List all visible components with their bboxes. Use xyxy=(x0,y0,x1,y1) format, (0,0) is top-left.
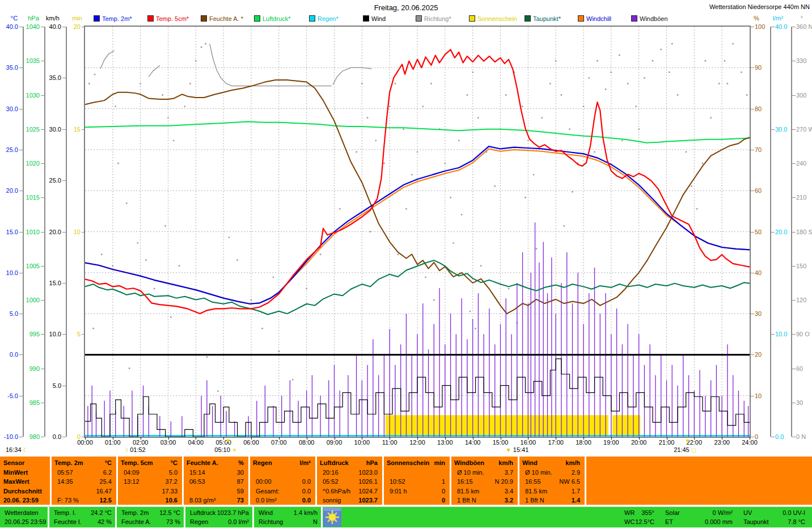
series-richtung-dots xyxy=(179,265,180,267)
legend-item-richtung: Richtung* xyxy=(416,15,451,22)
sunset-time: 21:45 xyxy=(674,446,690,453)
x-tick-label: 16:00 xyxy=(515,439,540,446)
table-cell-value: 37.2 xyxy=(138,477,177,486)
x-tick-label: 13:00 xyxy=(433,439,458,446)
table-separator xyxy=(382,457,384,505)
axis-tick-label: 25.0 xyxy=(0,146,18,153)
axis-tick xyxy=(792,300,796,301)
legend-swatch-temp-5cm xyxy=(147,15,154,22)
legend-swatch-windchill xyxy=(578,15,584,22)
series-richtung-dots xyxy=(425,276,426,278)
axis-tick xyxy=(792,334,796,335)
x-tick-label: 04:00 xyxy=(183,439,208,446)
x-tick-label: 09:00 xyxy=(322,439,347,446)
series-richtung-dots xyxy=(671,43,673,45)
table-cell-value: 1024.7 xyxy=(338,487,378,496)
table-col-unit: l/m² xyxy=(281,458,311,467)
series-richtung-dots xyxy=(306,288,307,290)
x-tick-label: 18:00 xyxy=(571,439,596,446)
status-separator xyxy=(115,507,117,527)
x-tick-label: 17:00 xyxy=(543,439,568,446)
axis-tick-label: 1020 xyxy=(9,160,40,167)
axis-tick-label: 1005 xyxy=(9,263,40,269)
legend-item-luftdruck: Luftdruck* xyxy=(254,15,291,22)
table-cell-label: 15:14 xyxy=(189,468,205,477)
axis-tick-label: 0 N xyxy=(796,433,812,440)
series-richtung-dots xyxy=(170,316,172,318)
series-richtung-dots xyxy=(702,163,704,164)
axis-tick-label: 25.0 xyxy=(31,177,61,184)
table-cell-value: 25.4 xyxy=(72,477,112,486)
legend-swatch-luftdruck xyxy=(254,15,260,22)
status-separator xyxy=(252,507,254,527)
series-richtung-dots xyxy=(605,88,607,90)
axis-tick-label: 120 xyxy=(796,297,812,303)
status-value-solar-et: 0 W/m² xyxy=(687,508,733,517)
series-richtung-dots xyxy=(477,117,479,119)
axis-tick xyxy=(792,129,796,130)
series-richtung-dots xyxy=(638,128,640,130)
x-tick-label: 05:00 xyxy=(211,439,236,446)
table-cell-value: 3.4 xyxy=(473,487,513,496)
sunrise-icon: ☀ xyxy=(232,447,237,453)
table-cell-value: 0 xyxy=(405,496,445,505)
weather-station-app: Freitag, 20.06.2025 Wetterstation Nieder… xyxy=(0,0,812,528)
series-richtung-dots xyxy=(669,71,670,73)
legend-label: Windböen xyxy=(640,15,668,22)
status-value-druck-regen: 1023.7 hPa xyxy=(204,508,249,517)
axis-tick xyxy=(19,396,23,396)
series-richtung-dots xyxy=(505,94,507,96)
axis-tick-label: 1015 xyxy=(9,194,40,201)
axis-unit-rain-axis: l/m² xyxy=(766,15,790,22)
x-tick-label: 20:00 xyxy=(627,439,652,446)
status-value-solar-et: 0.000 mm xyxy=(687,517,733,526)
table-cell-value: 1023.0 xyxy=(338,468,378,477)
series-richtung-dots xyxy=(444,163,446,164)
axis-tick xyxy=(751,232,754,233)
series-richtung-dots xyxy=(458,140,460,141)
x-tick-label: 10:00 xyxy=(349,439,374,446)
series-richtung-dots xyxy=(635,105,637,107)
sun-event-dot xyxy=(227,440,230,442)
axis-tick xyxy=(751,67,754,68)
axis-tick xyxy=(792,232,796,233)
x-tick-label: 06:00 xyxy=(239,439,264,446)
series-richtung-dots xyxy=(137,242,138,244)
axis-tick xyxy=(41,197,44,198)
legend-label: Windchill xyxy=(586,15,611,22)
series-richtung-dots xyxy=(115,105,116,107)
series-richtung-dots xyxy=(696,208,698,210)
series-richtung-dots xyxy=(389,105,391,107)
axis-unit-direction-axis: ° xyxy=(789,15,812,22)
table-cell-value: 2.9 xyxy=(540,468,580,477)
table-row-label: 20.06. 23:59 xyxy=(3,496,39,505)
series-richtung-dots xyxy=(741,71,742,73)
table-cell-value: 59 xyxy=(204,487,244,496)
series-richtung-dots xyxy=(430,83,432,85)
legend-item-sonnenschein: Sonnenschein xyxy=(469,15,517,22)
series-richtung-dots xyxy=(405,208,407,210)
series-richtung-dots xyxy=(261,328,263,330)
axis-tick xyxy=(62,78,66,78)
legend-swatch-temp-2m xyxy=(94,15,100,22)
series-richtung-dots xyxy=(660,49,662,50)
axis-tick xyxy=(771,27,775,27)
series-richtung-dots xyxy=(569,128,570,130)
series-richtung-dots xyxy=(727,83,729,85)
x-tick-label: 14:00 xyxy=(460,439,485,446)
status-bar: Wetterdaten20.06.25 23:59Temp. I.24.2 °C… xyxy=(0,506,812,527)
marker-moondown: ☽ 01:52 xyxy=(123,446,146,453)
series-richtung-dots xyxy=(273,276,274,278)
series-richtung-dots xyxy=(450,197,451,198)
series-richtung-dots xyxy=(541,117,543,119)
table-separator xyxy=(248,457,250,505)
table-cell-value: 17.33 xyxy=(138,487,177,496)
series-richtung-dots xyxy=(555,60,557,62)
series-richtung-dots xyxy=(494,185,496,187)
table-col-unit: min xyxy=(416,458,445,467)
series-richtung-dots xyxy=(469,311,471,312)
table-col-unit: hPa xyxy=(348,458,378,467)
series-richtung-dots xyxy=(583,105,585,107)
x-tick-label: 15:00 xyxy=(488,439,513,446)
table-separator xyxy=(315,457,317,505)
